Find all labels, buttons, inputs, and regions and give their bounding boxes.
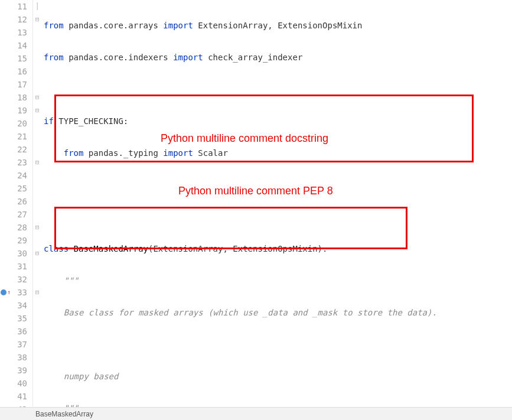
line-number[interactable]: 35 — [8, 312, 27, 325]
line-number[interactable]: 28 — [8, 221, 27, 234]
fold-icon[interactable]: ⊟ — [32, 104, 43, 117]
code-line[interactable]: from pandas.core.arrays import Extension… — [43, 19, 512, 32]
line-number[interactable]: 30 — [8, 247, 27, 260]
fold-icon[interactable]: ⊟ — [32, 156, 43, 169]
line-number[interactable]: 32 — [8, 273, 27, 286]
fold-icon — [32, 39, 43, 52]
line-number[interactable]: 33 — [8, 286, 27, 299]
fold-icon — [32, 130, 43, 143]
fold-icon — [32, 65, 43, 78]
fold-icon — [32, 312, 43, 325]
fold-icon — [32, 364, 43, 377]
fold-icon[interactable]: ⊟ — [32, 13, 43, 26]
fold-icon — [32, 325, 43, 338]
line-number[interactable]: 17 — [8, 78, 27, 91]
line-number[interactable]: 29 — [8, 234, 27, 247]
code-line[interactable]: from pandas.core.indexers import check_a… — [43, 51, 512, 64]
line-number[interactable]: 38 — [8, 351, 27, 364]
code-line[interactable] — [43, 210, 512, 223]
fold-icon — [32, 234, 43, 247]
fold-icon — [32, 169, 43, 182]
line-number[interactable]: 18 — [8, 91, 27, 104]
code-area[interactable]: from pandas.core.arrays import Extension… — [43, 0, 512, 406]
code-line[interactable] — [43, 83, 512, 96]
line-number[interactable]: 31 — [8, 260, 27, 273]
fold-icon — [32, 390, 43, 403]
line-number[interactable]: 15 — [8, 52, 27, 65]
line-number[interactable]: 20 — [8, 117, 27, 130]
line-number-gutter[interactable]: 11 12 13 14 15 16 17 18 19 20 21 22 23 2… — [8, 0, 32, 406]
fold-icon — [32, 338, 43, 351]
code-line[interactable]: class BaseMaskedArray(ExtensionArray, Ex… — [43, 242, 512, 255]
line-number[interactable]: 34 — [8, 299, 27, 312]
fold-icon — [32, 273, 43, 286]
fold-icon — [32, 377, 43, 390]
line-number[interactable]: 27 — [8, 208, 27, 221]
fold-icon[interactable]: ⊟ — [32, 247, 43, 260]
code-line[interactable] — [43, 178, 512, 191]
fold-icon — [32, 52, 43, 65]
code-line[interactable]: Base class for masked arrays (which use … — [43, 306, 512, 319]
line-number[interactable]: 39 — [8, 364, 27, 377]
line-number[interactable]: 19 — [8, 104, 27, 117]
fold-icon — [32, 195, 43, 208]
fold-icon — [32, 260, 43, 273]
code-line[interactable]: """ — [43, 274, 512, 287]
line-number[interactable]: 23 — [8, 156, 27, 169]
code-editor[interactable]: 11 12 13 14 15 16 17 18 19 20 21 22 23 2… — [0, 0, 512, 406]
fold-icon — [32, 182, 43, 195]
fold-icon — [32, 26, 43, 39]
code-line[interactable] — [43, 338, 512, 351]
fold-icon — [32, 299, 43, 312]
fold-icon — [32, 351, 43, 364]
icon-gutter — [0, 0, 8, 406]
fold-icon — [32, 143, 43, 156]
line-number[interactable]: 24 — [8, 169, 27, 182]
code-line[interactable]: from pandas._typing import Scalar — [43, 146, 512, 159]
annotation-label-docstring: Python multiline comment docstring — [161, 132, 328, 145]
fold-icon[interactable]: ⊟ — [32, 91, 43, 104]
fold-icon — [32, 78, 43, 91]
line-number[interactable]: 37 — [8, 338, 27, 351]
fold-icon — [32, 208, 43, 221]
fold-icon[interactable]: ⊟ — [32, 286, 43, 299]
code-line[interactable]: numpy based — [43, 370, 512, 383]
line-number[interactable]: 26 — [8, 195, 27, 208]
line-number[interactable]: 40 — [8, 377, 27, 390]
line-number[interactable]: 11 — [8, 0, 27, 13]
fold-icon[interactable]: ⊟ — [32, 221, 43, 234]
fold-icon — [32, 117, 43, 130]
line-number[interactable]: 36 — [8, 325, 27, 338]
line-number[interactable]: 22 — [8, 143, 27, 156]
line-number[interactable]: 25 — [8, 182, 27, 195]
line-number[interactable]: 21 — [8, 130, 27, 143]
line-number[interactable]: 41 — [8, 390, 27, 403]
line-number[interactable]: 16 — [8, 65, 27, 78]
fold-icon[interactable]: │ — [32, 0, 43, 13]
line-number[interactable]: 14 — [8, 39, 27, 52]
code-line[interactable]: if TYPE_CHECKING: — [43, 115, 512, 128]
line-number[interactable]: 13 — [8, 26, 27, 39]
line-number[interactable]: 12 — [8, 13, 27, 26]
breadcrumb[interactable]: BaseMaskedArray — [35, 410, 93, 418]
status-bar[interactable]: BaseMaskedArray — [0, 407, 512, 420]
fold-gutter[interactable]: │ ⊟ ⊟ ⊟ ⊟ ⊟ ⊟ ⊟ — [32, 0, 43, 406]
override-icon[interactable] — [1, 289, 6, 295]
